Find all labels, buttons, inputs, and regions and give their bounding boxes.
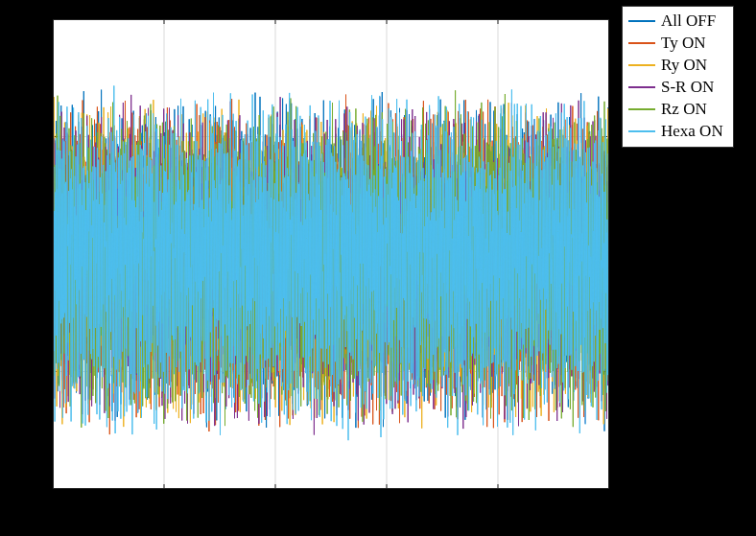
legend-swatch	[628, 86, 655, 88]
legend-label: S-R ON	[661, 77, 714, 99]
legend: All OFF Ty ON Ry ON S-R ON Rz ON Hexa ON	[622, 6, 734, 148]
legend-label: Ty ON	[661, 33, 706, 55]
legend-swatch	[628, 42, 655, 44]
legend-label: Ry ON	[661, 55, 707, 77]
legend-swatch	[628, 64, 655, 66]
legend-entry-hexa-on: Hexa ON	[628, 121, 723, 143]
legend-swatch	[628, 108, 655, 110]
legend-entry-ry-on: Ry ON	[628, 55, 723, 77]
plot-lines	[53, 19, 609, 489]
legend-label: Hexa ON	[661, 121, 723, 143]
plot-axes	[53, 19, 609, 489]
chart-container: All OFF Ty ON Ry ON S-R ON Rz ON Hexa ON	[0, 0, 756, 536]
legend-entry-sr-on: S-R ON	[628, 77, 723, 99]
legend-label: Rz ON	[661, 99, 707, 121]
legend-entry-all-off: All OFF	[628, 11, 723, 33]
legend-entry-ty-on: Ty ON	[628, 33, 723, 55]
legend-entry-rz-on: Rz ON	[628, 99, 723, 121]
legend-swatch	[628, 20, 655, 22]
legend-label: All OFF	[661, 11, 716, 33]
legend-swatch	[628, 130, 655, 132]
